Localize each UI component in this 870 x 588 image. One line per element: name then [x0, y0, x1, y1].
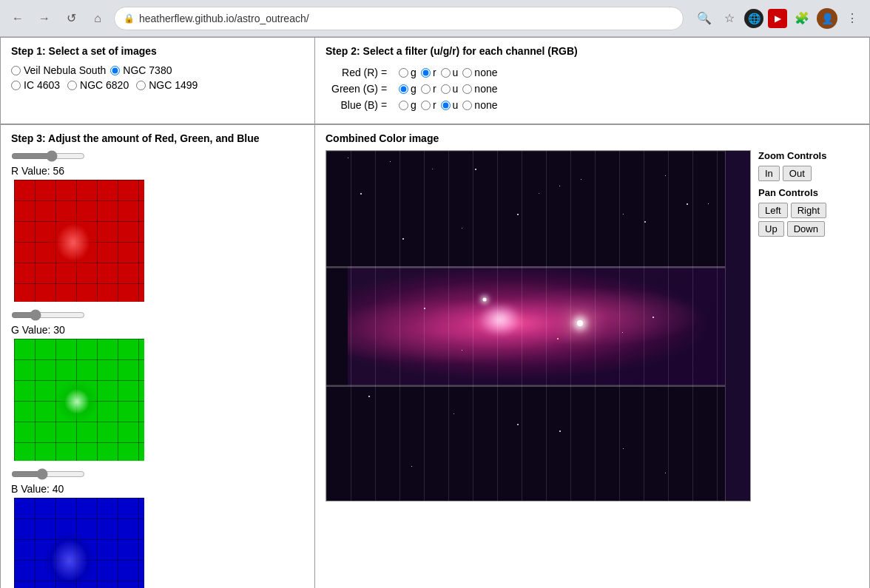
- home-button[interactable]: ⌂: [87, 8, 108, 29]
- zoom-row: In Out: [758, 166, 840, 181]
- pan-up-button[interactable]: Up: [758, 221, 784, 237]
- red-g-radio[interactable]: [399, 68, 408, 78]
- green-slider-row: [11, 309, 304, 321]
- red-slider-row: [11, 150, 304, 162]
- ngc7380-text: NGC 7380: [123, 64, 172, 76]
- steps-top-grid: Step 1: Select a set of images Veil Nebu…: [0, 37, 870, 125]
- ngc7380-radio[interactable]: [110, 66, 120, 75]
- green-g-radio[interactable]: [399, 84, 408, 94]
- step2-panel: Step 2: Select a filter (u/g/r) for each…: [315, 38, 869, 124]
- step3-panel: Step 3: Adjust the amount of Red, Green,…: [1, 125, 315, 588]
- green-r-label[interactable]: r: [421, 83, 436, 95]
- blue-slider[interactable]: [11, 468, 85, 480]
- pan-down-button[interactable]: Down: [787, 221, 825, 237]
- ic4603-radio[interactable]: [11, 81, 21, 90]
- combined-panel: Combined Color image: [315, 125, 869, 588]
- combined-layout: Zoom Controls In Out Pan Controls Left R…: [326, 150, 859, 501]
- green-options: g r u none: [399, 83, 497, 95]
- red-r-label[interactable]: r: [421, 67, 436, 78]
- profile-icon[interactable]: 👤: [817, 8, 837, 29]
- address-bar[interactable]: 🔒 heatherflew.github.io/astro_outreach/: [114, 7, 684, 30]
- blue-g-label[interactable]: g: [399, 99, 417, 111]
- step1-row1: Veil Nebula South NGC 7380: [11, 64, 304, 76]
- green-u-label[interactable]: u: [441, 83, 459, 95]
- back-button[interactable]: ←: [7, 8, 28, 29]
- red-u-radio[interactable]: [441, 68, 451, 78]
- lock-icon: 🔒: [124, 13, 135, 24]
- combined-image: [326, 150, 751, 501]
- step3-title: Step 3: Adjust the amount of Red, Green,…: [11, 132, 304, 144]
- red-u-label[interactable]: u: [441, 67, 459, 78]
- red-g-label[interactable]: g: [399, 67, 417, 78]
- ngc1499-text: NGC 1499: [149, 79, 198, 91]
- red-none-label[interactable]: none: [462, 67, 497, 78]
- green-channel-image: [14, 339, 144, 461]
- red-value: R Value: 56: [11, 165, 304, 177]
- red-channel-image: [14, 180, 144, 302]
- pan-right-button[interactable]: Right: [791, 203, 826, 218]
- toolbar-icons: 🔍 ☆ 🌐 ▶ 🧩 👤 ⋮: [694, 8, 863, 29]
- pan-vertical-row: Up Down: [758, 221, 840, 237]
- blue-slider-row: [11, 468, 304, 480]
- veil-text: Veil Nebula South: [24, 64, 106, 76]
- red-row: Red (R) = g r u none: [326, 64, 504, 81]
- menu-button[interactable]: ⋮: [842, 8, 863, 29]
- green-row: Green (G) = g r u none: [326, 81, 504, 97]
- blue-r-radio[interactable]: [421, 101, 431, 110]
- blue-channel: B Value: 40: [11, 468, 304, 588]
- extension-1[interactable]: 🌐: [744, 9, 763, 28]
- forward-button[interactable]: →: [34, 8, 55, 29]
- zoom-in-button[interactable]: In: [758, 166, 780, 181]
- green-slider[interactable]: [11, 309, 85, 321]
- green-r-radio[interactable]: [421, 84, 431, 94]
- ngc6820-radio[interactable]: [67, 81, 77, 90]
- pan-horizontal-row: Left Right: [758, 203, 840, 218]
- green-label: Green (G) =: [326, 81, 393, 97]
- green-g-label[interactable]: g: [399, 83, 417, 95]
- blue-u-radio[interactable]: [441, 101, 451, 110]
- red-options: g r u none: [399, 67, 497, 78]
- step1-row2: IC 4603 NGC 6820 NGC 1499: [11, 79, 304, 91]
- extension-2[interactable]: ▶: [768, 9, 787, 28]
- page-content: Step 1: Select a set of images Veil Nebu…: [0, 37, 870, 588]
- blue-options: g r u none: [399, 99, 497, 111]
- red-channel: R Value: 56: [11, 150, 304, 302]
- browser-chrome: ← → ↺ ⌂ 🔒 heatherflew.github.io/astro_ou…: [0, 0, 870, 37]
- green-none-label[interactable]: none: [462, 83, 497, 95]
- search-button[interactable]: 🔍: [694, 8, 715, 29]
- blue-r-label[interactable]: r: [421, 99, 436, 111]
- veil-label[interactable]: Veil Nebula South: [11, 64, 106, 76]
- red-slider[interactable]: [11, 150, 85, 162]
- zoom-controls-title: Zoom Controls: [758, 150, 840, 161]
- green-none-radio[interactable]: [462, 84, 472, 94]
- blue-value: B Value: 40: [11, 483, 304, 495]
- pan-left-button[interactable]: Left: [758, 203, 788, 218]
- red-r-radio[interactable]: [421, 68, 431, 78]
- ic4603-text: IC 4603: [24, 79, 60, 91]
- green-value: G Value: 30: [11, 324, 304, 336]
- blue-g-radio[interactable]: [399, 101, 408, 110]
- ngc1499-label[interactable]: NGC 1499: [136, 79, 198, 91]
- steps-bottom-grid: Step 3: Adjust the amount of Red, Green,…: [0, 125, 870, 588]
- ic4603-label[interactable]: IC 4603: [11, 79, 60, 91]
- ngc7380-label[interactable]: NGC 7380: [110, 64, 172, 76]
- blue-none-label[interactable]: none: [462, 99, 497, 111]
- step1-title: Step 1: Select a set of images: [11, 45, 304, 57]
- extensions-button[interactable]: 🧩: [792, 8, 812, 29]
- pan-controls-title: Pan Controls: [758, 187, 840, 198]
- ngc6820-label[interactable]: NGC 6820: [67, 79, 129, 91]
- zoom-pan-controls: Zoom Controls In Out Pan Controls Left R…: [758, 150, 840, 237]
- ngc1499-radio[interactable]: [136, 81, 146, 90]
- blue-row: Blue (B) = g r u none: [326, 97, 504, 113]
- zoom-out-button[interactable]: Out: [783, 166, 812, 181]
- bookmark-button[interactable]: ☆: [719, 8, 740, 29]
- blue-u-label[interactable]: u: [441, 99, 459, 111]
- reload-button[interactable]: ↺: [61, 8, 81, 29]
- blue-channel-image: [14, 498, 144, 588]
- combined-title: Combined Color image: [326, 132, 859, 144]
- veil-radio[interactable]: [11, 66, 21, 75]
- blue-none-radio[interactable]: [462, 101, 472, 110]
- green-u-radio[interactable]: [441, 84, 451, 94]
- red-none-radio[interactable]: [462, 68, 472, 78]
- step2-title: Step 2: Select a filter (u/g/r) for each…: [326, 45, 859, 57]
